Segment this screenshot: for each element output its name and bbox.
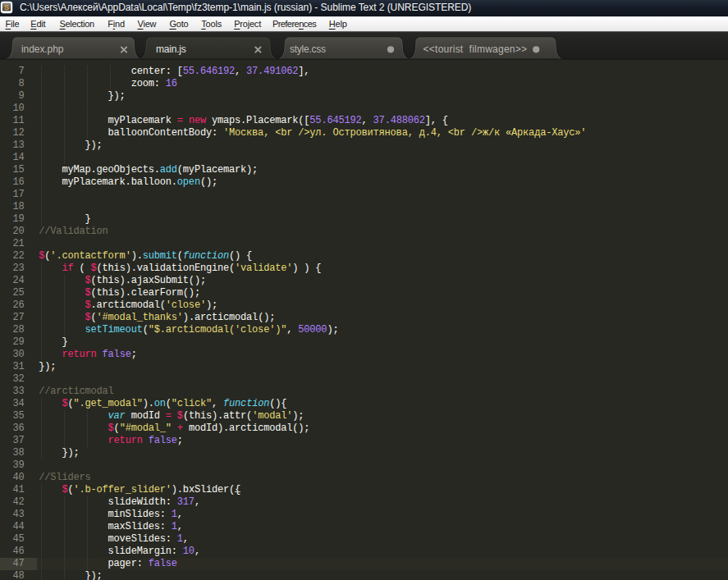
svg-text:S: S [4, 2, 9, 11]
